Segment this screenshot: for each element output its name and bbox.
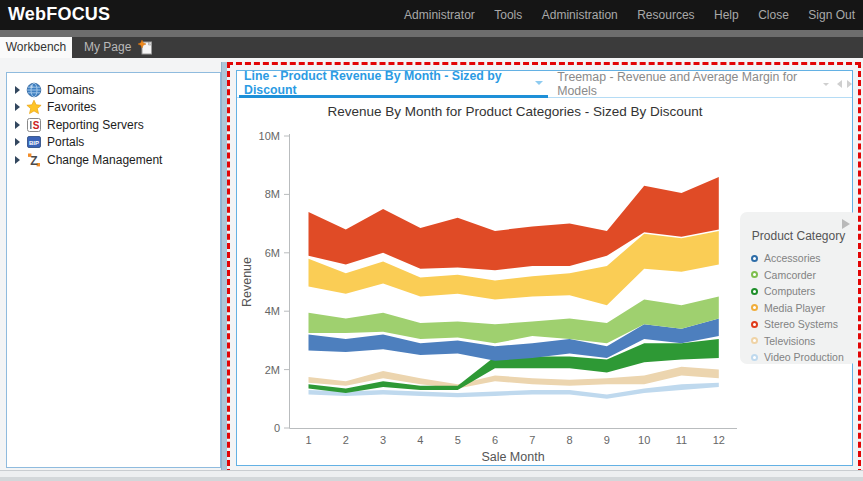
legend-marker [751, 288, 758, 295]
new-page-icon[interactable] [137, 39, 154, 56]
sidebar-item-label: Change Management [47, 153, 162, 167]
sidebar-item-label: Portals [47, 135, 84, 149]
legend-marker [751, 337, 758, 344]
legend-item-accessories[interactable]: Accessories [740, 250, 857, 267]
x-tick-label: 4 [417, 434, 423, 446]
sidebar-item-label: Reporting Servers [47, 118, 144, 132]
sidebar-item-domains[interactable]: Domains [7, 81, 220, 99]
content-panel: Line - Product Revenue By Month - Sized … [236, 70, 853, 466]
chart-title: Revenue By Month for Product Categories … [237, 104, 793, 119]
x-tick-label: 1 [305, 434, 311, 446]
x-tick-label: 6 [492, 434, 498, 446]
expand-arrow-icon[interactable] [15, 86, 20, 94]
x-tick-label: 12 [713, 434, 725, 446]
sidebar-item-favorites[interactable]: Favorites [7, 99, 220, 117]
x-tick-label: 5 [455, 434, 461, 446]
header-divider-strip [0, 30, 863, 37]
menu-tools[interactable]: Tools [494, 1, 522, 29]
legend-marker [751, 255, 758, 262]
scroll-right-icon[interactable] [847, 80, 852, 88]
main-tab-bar: Workbench My Page [0, 37, 863, 58]
menu-administrator[interactable]: Administrator [404, 1, 475, 29]
status-bar [0, 470, 863, 481]
tab-line-chart-label: Line - Product Revenue By Month - Sized … [244, 69, 528, 97]
scroll-left-icon[interactable] [837, 80, 842, 88]
x-tick-label: 2 [343, 434, 349, 446]
legend-item-video-production[interactable]: Video Production [740, 349, 857, 366]
svg-text:BIP: BIP [29, 140, 39, 146]
sidebar-item-label: Favorites [47, 100, 96, 114]
x-axis-title: Sale Month [481, 450, 544, 464]
y-tick-label: 6M [265, 247, 280, 259]
top-bar: WebFOCUS Administrator Tools Administrat… [0, 0, 863, 30]
x-tick-label: 3 [380, 434, 386, 446]
sidebar-item-label: Domains [47, 83, 94, 97]
y-tick-label: 2M [265, 364, 280, 376]
legend-marker [751, 354, 758, 361]
legend-marker [751, 304, 758, 311]
x-tick-label: 10 [638, 434, 650, 446]
top-menu: Administrator Tools Administration Resou… [389, 0, 855, 30]
menu-close[interactable]: Close [758, 1, 789, 29]
legend-marker [751, 271, 758, 278]
webfocus-logo: WebFOCUS [8, 4, 110, 25]
y-tick-label: 0 [274, 422, 280, 434]
legend-item-televisions[interactable]: Televisions [740, 333, 857, 350]
legend-item-stereo-systems[interactable]: Stereo Systems [740, 316, 857, 333]
star-icon [26, 99, 42, 115]
sidebar-item-reporting-servers[interactable]: S Reporting Servers [7, 116, 220, 134]
expand-arrow-icon[interactable] [15, 121, 20, 129]
sidebar-item-change-management[interactable]: Z Change Management [7, 151, 220, 169]
tab-treemap-chart-label: Treemap - Revenue and Average Margin for… [557, 70, 815, 98]
expand-arrow-icon[interactable] [15, 138, 20, 146]
x-tick-label: 8 [567, 434, 573, 446]
legend-title: Product Category [740, 229, 857, 243]
chart-tab-strip: Line - Product Revenue By Month - Sized … [237, 71, 852, 98]
reporting-server-icon: S [26, 117, 42, 133]
x-tick-label: 7 [529, 434, 535, 446]
menu-help[interactable]: Help [714, 1, 739, 29]
globe-icon [26, 82, 42, 98]
y-tick-label: 10M [259, 130, 280, 142]
y-axis-title: Revenue [240, 257, 254, 307]
y-tick-label: 8M [265, 188, 280, 200]
tab-line-chart[interactable]: Line - Product Revenue By Month - Sized … [239, 71, 548, 98]
chevron-down-icon[interactable] [535, 81, 543, 85]
legend-item-computers[interactable]: Computers [740, 283, 857, 300]
x-tick-label: 9 [604, 434, 610, 446]
legend-item-media-player[interactable]: Media Player [740, 300, 857, 317]
sidebar-item-portals[interactable]: BIP Portals [7, 134, 220, 152]
change-management-icon: Z [26, 152, 42, 168]
tab-my-page[interactable]: My Page [76, 37, 139, 58]
legend-item-camcorder[interactable]: Camcorder [740, 267, 857, 284]
menu-sign-out[interactable]: Sign Out [808, 1, 855, 29]
legend-collapse-icon[interactable] [842, 219, 850, 229]
legend-marker [751, 321, 758, 328]
svg-text:Z: Z [30, 153, 37, 167]
portal-icon: BIP [26, 134, 42, 150]
resource-tree-panel: Domains Favorites S Reporting Servers [6, 72, 221, 468]
x-tick-label: 11 [676, 434, 687, 446]
expand-arrow-icon[interactable] [15, 156, 20, 164]
menu-resources[interactable]: Resources [637, 1, 694, 29]
chevron-down-icon[interactable] [823, 83, 829, 86]
y-tick-label: 4M [265, 305, 280, 317]
chart-region: 02M4M6M8M10M123456789101112RevenueSale M… [237, 98, 852, 465]
expand-arrow-icon[interactable] [15, 103, 20, 111]
legend-panel: Product Category Accessories Camcorder C… [740, 212, 857, 364]
tab-workbench[interactable]: Workbench [0, 37, 72, 58]
tab-treemap-chart[interactable]: Treemap - Revenue and Average Margin for… [557, 71, 815, 98]
svg-text:S: S [33, 120, 40, 131]
menu-administration[interactable]: Administration [542, 1, 618, 29]
